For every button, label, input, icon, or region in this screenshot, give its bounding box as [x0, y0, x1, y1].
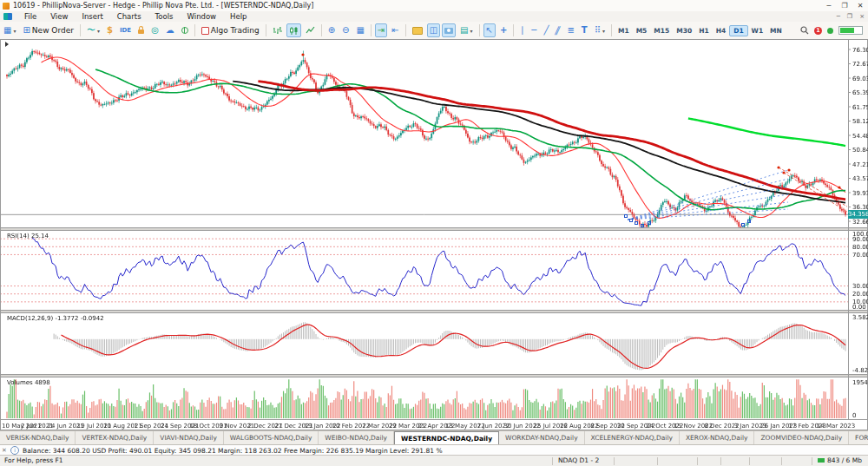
cursor-tool-button[interactable]: ↖ — [483, 23, 496, 37]
fibonacci-tool-button[interactable]: ≣ — [564, 23, 576, 37]
trade-info-icon: i — [10, 446, 19, 455]
chart-tab-workday[interactable]: WORKDAY-NDAQ,Daily — [499, 431, 585, 445]
profiles-button[interactable] — [410, 23, 425, 37]
volumes-label: Volumes 4898 — [7, 379, 50, 386]
zoom-in-button[interactable]: ⊕ — [326, 23, 338, 37]
chart-tab-walgboots[interactable]: WALGBOOTS-NDAQ,Daily — [224, 431, 319, 445]
notifications-icon[interactable]: 1 — [814, 27, 822, 35]
one-click-trading-toggle[interactable] — [5, 42, 9, 47]
chart-tab-weibo[interactable]: WEIBO-NDAQ,Daily — [319, 431, 394, 445]
lock-icon — [138, 30, 144, 34]
close-button[interactable]: ✕ — [852, 1, 868, 11]
timeframe-d1-button[interactable]: D1 — [729, 25, 747, 36]
child-close-button[interactable]: × — [859, 13, 865, 20]
algo-trading-icon — [201, 27, 209, 35]
menu-view[interactable]: View — [43, 12, 75, 21]
chart-tab-xcelenergy[interactable]: XCELENERGY-NDAQ,Daily — [585, 431, 680, 445]
timeframe-h1-button[interactable]: H1 — [695, 26, 713, 36]
vertical-line-tool-button[interactable]: ∣ — [517, 23, 527, 37]
timeframe-m30-button[interactable]: M30 — [673, 26, 695, 36]
market-watch-button[interactable]: $ — [104, 23, 115, 37]
timeframe-w1-button[interactable]: W1 — [748, 26, 767, 36]
templates-button[interactable]: ▤▾ — [457, 23, 475, 37]
dollar-icon: $ — [107, 25, 113, 36]
horizontal-line-icon: ─ — [531, 25, 536, 36]
chart-tab-fortinet[interactable]: FORTINET-NDAQ,Daily — [849, 431, 868, 445]
bar-chart-mode-button[interactable] — [270, 23, 285, 37]
chart-tab-bar: VERISK-NDAQ,DailyVERTEX-NDAQ,DailyVIAVI-… — [0, 430, 868, 445]
template-chart-icon: ▤ — [460, 25, 468, 36]
line-chart-mode-button[interactable] — [303, 23, 318, 37]
chart-tab-vertex[interactable]: VERTEX-NDAQ,Daily — [76, 431, 154, 445]
timeframe-h4-button[interactable]: H4 — [713, 26, 730, 36]
channel-tool-button[interactable]: ∥ — [553, 23, 562, 37]
auto-scroll-button[interactable]: ⇥ — [375, 23, 387, 37]
chart-tab-zoomvideo[interactable]: ZOOMVIDEO-NDAQ,Daily — [754, 431, 849, 445]
chart-canvas[interactable] — [0, 39, 868, 430]
chart-tab-viavi[interactable]: VIAVI-NDAQ,Daily — [154, 431, 224, 445]
trendline-tool-button[interactable]: ╱ — [541, 23, 551, 37]
menu-file[interactable]: File — [17, 12, 43, 21]
layout-icon: ◫ — [430, 25, 437, 36]
cursor-icon: ↖ — [486, 25, 493, 36]
plus-icon: ⊞ — [23, 25, 30, 36]
timeframe-m15-button[interactable]: M15 — [650, 26, 673, 36]
globe-icon — [181, 27, 188, 34]
search-icon[interactable] — [800, 26, 809, 35]
metaeditor-button[interactable]: IDE — [117, 23, 134, 37]
chart-window-button[interactable]: ▦▾ — [1, 23, 18, 37]
timeframe-m5-button[interactable]: M5 — [633, 26, 651, 36]
zoom-out-icon: ⊖ — [342, 25, 349, 36]
history-center-button[interactable] — [135, 23, 147, 37]
chart-tab-xerox[interactable]: XEROX-NDAQ,Daily — [680, 431, 755, 445]
zoom-out-button[interactable]: ⊖ — [339, 23, 352, 37]
fibonacci-icon: ≣ — [567, 25, 574, 36]
shift-icon: ⇤ — [391, 25, 398, 36]
crosshair-tool-button[interactable]: + — [497, 23, 510, 37]
current-price-badge: 34.358 — [848, 210, 868, 219]
platform-logo-icon — [3, 13, 12, 20]
text-tool-button[interactable]: T — [579, 23, 590, 37]
maximize-button[interactable]: ❐ — [837, 1, 852, 11]
title-bar: 10619 - PhillipNova-Server - Hedge - Phi… — [0, 0, 868, 12]
macd-label: MACD(12,26,9) -1.3772 -0.0942 — [7, 315, 104, 322]
toolbar: ▦▾ ⊞New Order 〜▾ $ IDE ◎ ☁ Algo Trading … — [0, 22, 868, 40]
new-chart-button[interactable]: 〜▾ — [84, 23, 102, 37]
minimize-button[interactable]: ─ — [821, 1, 837, 11]
child-restore-button[interactable]: ❐ — [847, 13, 852, 20]
candle-chart-mode-button[interactable] — [286, 23, 301, 37]
chart-tab-verisk[interactable]: VERISK-NDAQ,Daily — [0, 431, 76, 445]
traffic-indicator: 843 / 6 Mb — [818, 456, 862, 466]
toolbox-close-icon[interactable]: ✕ — [0, 447, 9, 454]
shapes-tool-button[interactable]: ⠿▾ — [592, 23, 608, 37]
bar-chart-icon — [273, 26, 282, 36]
horizontal-line-tool-button[interactable]: ─ — [529, 23, 539, 37]
chart-tab-westerndc[interactable]: WESTERNDC-NDAQ,Daily — [394, 431, 499, 445]
broadcast-button[interactable]: ◎ — [148, 23, 161, 37]
child-minimize-button[interactable]: ─ — [837, 13, 840, 20]
new-order-button[interactable]: ⊞New Order — [20, 23, 76, 37]
connection-quality-bar — [838, 26, 863, 35]
connection-status-icon — [827, 28, 833, 34]
screenshot-button[interactable] — [442, 23, 456, 37]
window-title: 10619 - PhillipNova-Server - Hedge - Phi… — [13, 2, 313, 10]
line-chart-icon — [306, 26, 315, 36]
menu-window[interactable]: Window — [181, 12, 224, 21]
algo-trading-button[interactable]: Algo Trading — [199, 23, 262, 37]
community-button[interactable] — [179, 23, 191, 37]
camera-icon — [444, 28, 453, 34]
menu-tools[interactable]: Tools — [148, 12, 181, 21]
chart-shift-button[interactable]: ⇤ — [389, 23, 401, 37]
layouts-button[interactable]: ◫ — [427, 23, 440, 37]
crosshair-icon: + — [500, 25, 507, 36]
menu-insert[interactable]: Insert — [75, 12, 109, 21]
chart-window-icon: ▦ — [3, 25, 11, 36]
tile-windows-button[interactable]: ▦ — [353, 23, 366, 37]
trendline-icon: ╱ — [543, 25, 549, 36]
timeframe-mn-button[interactable]: MN — [766, 26, 786, 36]
cloud-button[interactable]: ☁ — [163, 23, 177, 37]
menu-charts[interactable]: Charts — [110, 12, 148, 21]
candlestick-icon — [289, 26, 299, 36]
timeframe-m1-button[interactable]: M1 — [615, 26, 633, 36]
menu-help[interactable]: Help — [223, 12, 253, 21]
